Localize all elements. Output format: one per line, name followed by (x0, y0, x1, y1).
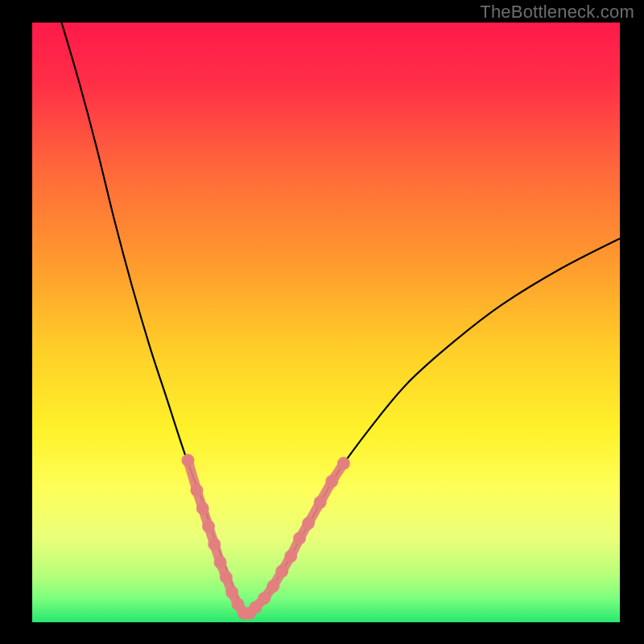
marker-dot (293, 532, 306, 545)
marker-dot (302, 517, 315, 530)
marker-dot (196, 502, 209, 514)
marker-dot (214, 556, 227, 569)
bottleneck-chart (0, 0, 644, 644)
marker-dot (208, 538, 221, 551)
marker-dot (225, 586, 238, 599)
marker-dot (314, 496, 327, 509)
marker-dot (190, 484, 203, 497)
chart-frame: TheBottleneck.com (0, 0, 644, 644)
marker-dot (258, 592, 270, 605)
plot-background (32, 23, 620, 622)
marker-dot (220, 571, 233, 584)
marker-dot (181, 454, 194, 467)
marker-dot (337, 457, 350, 470)
watermark-text: TheBottleneck.com (480, 2, 634, 23)
marker-dot (284, 550, 297, 563)
marker-dot (275, 565, 288, 578)
marker-dot (202, 520, 215, 533)
marker-dot (325, 475, 338, 488)
marker-dot (266, 580, 279, 592)
